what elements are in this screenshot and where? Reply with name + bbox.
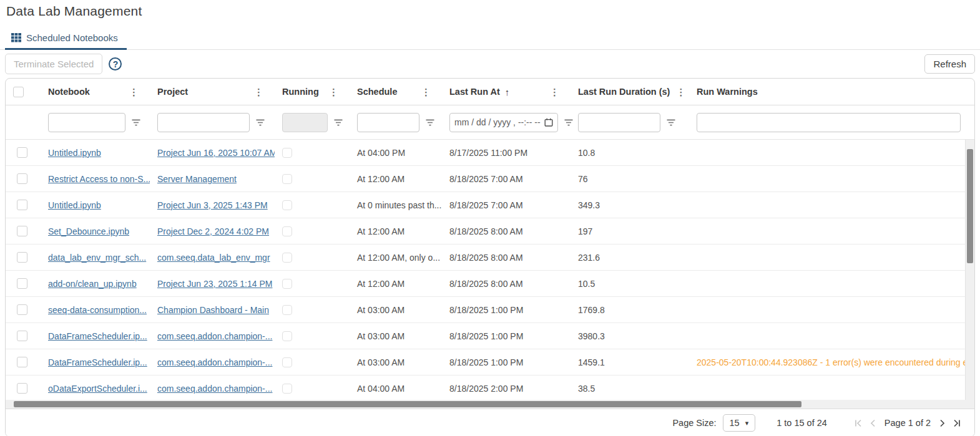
tab-scheduled-notebooks[interactable]: Scheduled Notebooks — [5, 29, 127, 50]
column-menu-icon[interactable]: ⋮ — [415, 87, 437, 97]
table-row: Untitled.ipynb Project Jun 3, 2025 1:43 … — [6, 192, 974, 218]
project-link[interactable]: Project Jun 3, 2025 1:43 PM — [157, 200, 268, 210]
filter-icon[interactable] — [667, 119, 675, 126]
column-menu-icon[interactable]: ⋮ — [323, 87, 345, 97]
header-run-warnings[interactable]: Run Warnings — [689, 79, 974, 105]
schedule-filter-input[interactable] — [357, 113, 419, 132]
filter-select-spacer — [6, 105, 41, 139]
select-all-checkbox[interactable] — [13, 87, 24, 97]
row-select-checkbox[interactable] — [17, 226, 27, 236]
row-select-checkbox[interactable] — [17, 331, 27, 341]
notebook-link[interactable]: Restrict Access to non-S... — [48, 174, 150, 184]
column-menu-icon[interactable]: ⋮ — [123, 87, 145, 97]
notebook-link[interactable]: add-on/clean_up.ipynb — [48, 279, 137, 289]
grid-filter-row: mm / dd / yyyy , --:-- -- — [6, 105, 974, 140]
header-notebook[interactable]: Notebook ⋮ — [41, 79, 150, 105]
row-select-checkbox[interactable] — [17, 200, 27, 210]
refresh-button[interactable]: Refresh — [924, 54, 975, 74]
running-checkbox[interactable] — [282, 279, 292, 289]
project-link[interactable]: Server Management — [157, 174, 237, 184]
row-select-checkbox[interactable] — [17, 173, 27, 184]
project-filter-input[interactable] — [157, 113, 250, 132]
grid-footer: Page Size: 15 ▾ 1 to 15 of 24 Page 1 of … — [6, 409, 974, 436]
sort-ascending-icon[interactable]: ↑ — [505, 87, 510, 97]
previous-page-button[interactable] — [870, 419, 876, 427]
calendar-icon[interactable] — [544, 118, 553, 127]
project-link[interactable]: Project Jun 23, 2025 1:14 PM — [157, 279, 272, 289]
filter-icon[interactable] — [132, 119, 140, 126]
running-checkbox[interactable] — [282, 384, 292, 394]
project-link[interactable]: Champion Dashboard - Main — [157, 305, 269, 315]
notebook-link[interactable]: Set_Debounce.ipynb — [48, 226, 129, 236]
schedule-cell: At 03:00 AM — [350, 331, 442, 341]
running-checkbox[interactable] — [282, 357, 292, 367]
row-select-checkbox[interactable] — [17, 278, 27, 289]
header-running[interactable]: Running ⋮ — [275, 79, 350, 105]
notebook-filter-input[interactable] — [48, 113, 125, 132]
table-row: data_lab_env_mgr_sch... com.seeq.data_la… — [6, 245, 974, 271]
schedule-cell: At 04:00 PM — [350, 148, 442, 158]
filter-icon[interactable] — [334, 119, 343, 126]
last-run-at-cell: 8/18/2025 8:00 AM — [442, 253, 571, 263]
help-icon[interactable]: ? — [109, 57, 122, 70]
next-page-button[interactable] — [939, 419, 946, 427]
header-last-run-duration[interactable]: Last Run Duration (s) ⋮ — [571, 79, 689, 105]
running-checkbox[interactable] — [282, 148, 292, 158]
schedule-cell: At 04:00 AM — [350, 384, 442, 394]
project-link[interactable]: Project Jun 16, 2025 10:07 AM — [157, 148, 275, 158]
page-size-select[interactable]: 15 ▾ — [723, 414, 756, 432]
column-menu-icon[interactable]: ⋮ — [544, 87, 566, 97]
running-checkbox[interactable] — [282, 200, 292, 210]
project-link[interactable]: com.seeq.addon.champion-... — [157, 331, 272, 341]
notebook-link[interactable]: data_lab_env_mgr_sch... — [48, 253, 146, 263]
header-last-run-at[interactable]: Last Run At ↑ ⋮ — [442, 79, 571, 105]
notebook-link[interactable]: DataFrameScheduler.ip... — [48, 357, 147, 367]
horizontal-scrollbar[interactable] — [6, 400, 974, 409]
vertical-scrollbar-thumb[interactable] — [967, 149, 973, 263]
project-link[interactable]: com.seeq.addon.champion-... — [157, 357, 272, 367]
running-checkbox[interactable] — [282, 226, 292, 236]
running-filter-input — [282, 113, 328, 132]
run-warnings-filter-input[interactable] — [697, 113, 961, 132]
schedule-cell: At 12:00 AM — [350, 279, 442, 289]
project-link[interactable]: Project Dec 2, 2024 4:02 PM — [157, 226, 269, 236]
running-checkbox[interactable] — [282, 305, 292, 315]
running-checkbox[interactable] — [282, 331, 292, 341]
schedule-cell: At 0 minutes past th... — [350, 200, 442, 210]
duration-filter-input[interactable] — [578, 113, 660, 132]
running-checkbox[interactable] — [282, 174, 292, 184]
first-page-button[interactable] — [853, 419, 862, 427]
schedule-cell: At 03:00 AM — [350, 305, 442, 315]
last-run-at-cell: 8/18/2025 2:00 PM — [442, 384, 571, 394]
notebook-link[interactable]: Untitled.ipynb — [48, 200, 101, 210]
last-page-button[interactable] — [953, 419, 962, 427]
row-select-checkbox[interactable] — [17, 252, 27, 263]
notebook-link[interactable]: Untitled.ipynb — [48, 148, 101, 158]
schedule-cell: At 03:00 AM — [350, 357, 442, 367]
project-link[interactable]: com.seeq.data_lab_env_mgr — [157, 253, 270, 263]
duration-cell: 197 — [571, 226, 689, 236]
filter-icon[interactable] — [426, 119, 434, 126]
header-project[interactable]: Project ⋮ — [150, 79, 275, 105]
column-menu-icon[interactable]: ⋮ — [248, 87, 270, 97]
notebook-link[interactable]: oDataExportScheduler.i... — [48, 384, 147, 394]
table-row: oDataExportScheduler.i... com.seeq.addon… — [6, 375, 974, 402]
running-checkbox[interactable] — [282, 253, 292, 263]
row-select-checkbox[interactable] — [17, 357, 27, 367]
vertical-scrollbar[interactable] — [965, 140, 974, 400]
duration-cell: 3980.3 — [571, 331, 689, 341]
table-row: Set_Debounce.ipynb Project Dec 2, 2024 4… — [6, 218, 974, 245]
row-select-checkbox[interactable] — [17, 304, 27, 315]
project-link[interactable]: com.seeq.addon.champion-... — [157, 384, 272, 394]
header-select-all — [6, 79, 41, 105]
horizontal-scrollbar-thumb[interactable] — [14, 401, 801, 407]
row-select-checkbox[interactable] — [17, 383, 27, 394]
notebook-link[interactable]: seeq-data-consumption... — [48, 305, 147, 315]
last-run-at-datetime-input[interactable]: mm / dd / yyyy , --:-- -- — [449, 113, 558, 132]
notebook-link[interactable]: DataFrameScheduler.ip... — [48, 331, 147, 341]
row-select-checkbox[interactable] — [17, 147, 27, 158]
terminate-selected-button[interactable]: Terminate Selected — [5, 54, 102, 74]
header-schedule[interactable]: Schedule ⋮ — [350, 79, 442, 105]
schedule-cell: At 12:00 AM — [350, 174, 442, 184]
filter-icon[interactable] — [256, 119, 265, 126]
